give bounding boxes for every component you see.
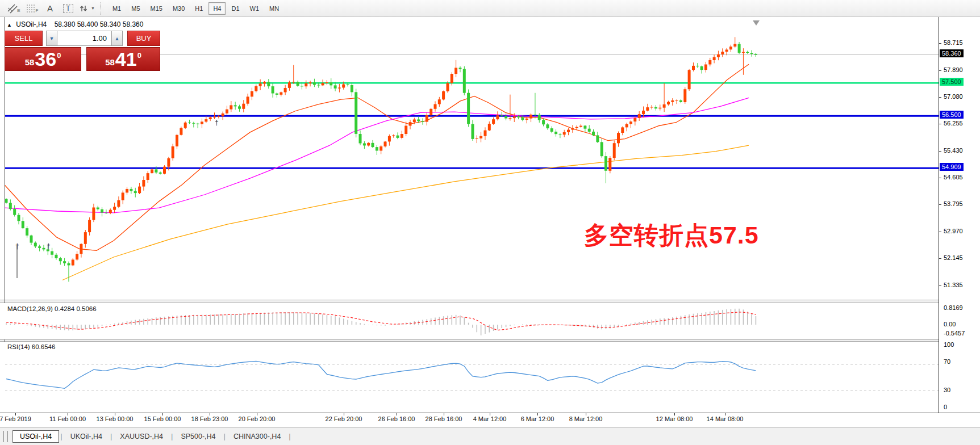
date-label: 7 Feb 2019 — [0, 415, 31, 422]
price-tick-label: 53.795 — [944, 200, 963, 207]
channel-icon — [7, 3, 18, 14]
volume-input[interactable] — [57, 31, 111, 46]
price-badge-56.500: 56.500 — [940, 111, 964, 119]
price-tick-mark — [939, 124, 941, 124]
time-axis[interactable]: 7 Feb 201911 Feb 00:0013 Feb 00:0015 Feb… — [0, 413, 980, 427]
macd-scale-label: 0.00 — [944, 321, 956, 328]
buy-price-big: 41 — [115, 49, 137, 69]
sell-button[interactable]: SELL — [5, 31, 43, 46]
toolbar-grip[interactable] — [101, 2, 103, 15]
date-label: 18 Feb 23:00 — [191, 415, 228, 422]
fibonacci-icon — [26, 3, 37, 14]
fibonacci-tool-letter: F — [36, 8, 39, 13]
tab-bar-grip[interactable] — [3, 431, 8, 442]
timeframe-button-D1[interactable]: D1 — [227, 2, 244, 15]
timeframe-group: M1M5M15M30H1H4D1W1MN — [107, 2, 284, 15]
buy-price-sup: 0 — [137, 51, 141, 60]
macd-label: MACD(12,26,9) 0.4284 0.5066 — [7, 305, 97, 312]
tab-separator: | — [224, 432, 226, 440]
price-tick-mark — [939, 258, 941, 259]
date-label: 15 Feb 00:00 — [144, 415, 181, 422]
timeframe-button-M30[interactable]: M30 — [168, 2, 189, 15]
timeframe-button-M1[interactable]: M1 — [108, 2, 126, 15]
date-label: 8 Mar 12:00 — [569, 415, 603, 422]
date-label: 14 Mar 08:00 — [707, 415, 744, 422]
fibonacci-tool-button[interactable]: F — [24, 2, 40, 15]
price-badge-58.360: 58.360 — [940, 49, 964, 57]
rsi-scale-label: 30 — [944, 387, 950, 393]
rsi-scale-label: 0 — [944, 404, 947, 410]
timeframe-button-M5[interactable]: M5 — [127, 2, 144, 15]
price-tick-label: 52.970 — [944, 228, 963, 234]
price-tick-mark — [939, 97, 941, 98]
buy-price-box[interactable]: 58 41 0 — [86, 47, 160, 71]
spin-down-icon: ▼ — [49, 36, 55, 41]
price-tick-mark — [939, 204, 941, 205]
price-tick-label: 56.255 — [944, 120, 963, 127]
price-badge-57.500: 57.500 — [940, 78, 964, 86]
chart-tab-ukoil-h4[interactable]: UKOil-,H4 — [64, 431, 109, 442]
symbol-name: USOil-,H4 — [16, 20, 47, 28]
timeframe-button-W1[interactable]: W1 — [245, 2, 264, 15]
tab-separator: | — [289, 432, 290, 440]
chevron-down-icon: ▼ — [91, 6, 95, 10]
volume-increase-button[interactable]: ▲ — [111, 31, 123, 46]
macd-scale-label: 0.8169 — [944, 304, 963, 311]
tab-separator: | — [110, 432, 112, 440]
price-tick-label: 58.715 — [944, 39, 963, 46]
trade-panel-prices: 58 36 0 58 41 0 — [5, 47, 160, 71]
price-tick-mark — [939, 286, 941, 286]
buy-button[interactable]: BUY — [127, 31, 160, 46]
price-badge-54.909: 54.909 — [940, 163, 964, 171]
symbol-info: ▲ USOil-,H4 58.380 58.400 58.340 58.360 — [7, 20, 143, 28]
svg-text:†: † — [215, 119, 219, 127]
trade-panel-controls: SELL ▼ ▲ BUY — [5, 31, 160, 46]
macd-chart — [0, 303, 939, 339]
sell-price-small: 58 — [25, 57, 35, 67]
sell-price-box[interactable]: 58 36 0 — [5, 47, 81, 71]
label-tool-button[interactable]: T — [60, 2, 76, 15]
price-tick-label: 51.335 — [944, 282, 963, 288]
date-label: 6 Mar 12:00 — [521, 415, 554, 422]
symbol-ohlc-values: 58.380 58.400 58.340 58.360 — [55, 20, 144, 28]
arrows-icon — [79, 4, 89, 13]
date-label: 22 Feb 20:00 — [326, 415, 362, 422]
date-label: 4 Mar 12:00 — [473, 415, 507, 422]
price-tick-mark — [939, 178, 941, 178]
text-tool-button[interactable]: A — [42, 2, 58, 15]
price-tick-mark — [939, 70, 941, 71]
label-tool-icon: T — [63, 4, 73, 13]
channel-tool-letter: E — [17, 8, 20, 13]
channel-tool-button[interactable]: E — [6, 2, 22, 15]
tab-separator: | — [60, 432, 62, 440]
price-axis[interactable]: 58.71557.89057.08056.25555.43054.60553.7… — [939, 17, 980, 413]
tab-separator: | — [171, 432, 173, 440]
price-tick-label: 57.080 — [944, 93, 963, 100]
spin-up-icon: ▲ — [115, 36, 120, 41]
rsi-chart — [0, 342, 939, 413]
collapse-quote-icon[interactable]: ▲ — [7, 22, 12, 28]
chart-tab-china300-h4[interactable]: CHINA300-,H4 — [227, 431, 287, 442]
timeframe-button-M15[interactable]: M15 — [146, 2, 167, 15]
rsi-scale-label: 70 — [944, 358, 950, 365]
chart-tab-xauusd-h4[interactable]: XAUUSD-,H4 — [113, 431, 170, 442]
volume-decrease-button[interactable]: ▼ — [46, 31, 57, 46]
chart-tab-bar: USOil-,H4|UKOil-,H4|XAUUSD-,H4|SP500-,H4… — [0, 427, 980, 445]
chart-tab-usoil-h4[interactable]: USOil-,H4 — [12, 430, 59, 443]
price-tick-mark — [939, 151, 941, 152]
price-tick-label: 54.605 — [944, 174, 963, 180]
one-click-trade-panel: SELL ▼ ▲ BUY 58 36 0 58 41 0 — [5, 31, 160, 71]
timeframe-button-H1[interactable]: H1 — [190, 2, 207, 15]
rsi-scale-label: 100 — [944, 341, 954, 348]
date-label: 26 Feb 16:00 — [378, 415, 415, 422]
date-label: 12 Mar 08:00 — [656, 415, 693, 422]
svg-text:†: † — [47, 242, 51, 250]
timeframe-button-MN[interactable]: MN — [265, 2, 283, 15]
chart-tab-sp500-h4[interactable]: SP500-,H4 — [174, 431, 222, 442]
timeframe-button-H4[interactable]: H4 — [208, 2, 226, 15]
trading-terminal: E F A T ▼ M1M5M15M30H1H4D1W1MN — [0, 0, 980, 445]
price-tick-label: 55.430 — [944, 147, 963, 154]
sell-price-sup: 0 — [57, 51, 61, 60]
price-tick-label: 57.890 — [944, 66, 963, 73]
arrows-tool-button[interactable]: ▼ — [78, 2, 95, 15]
